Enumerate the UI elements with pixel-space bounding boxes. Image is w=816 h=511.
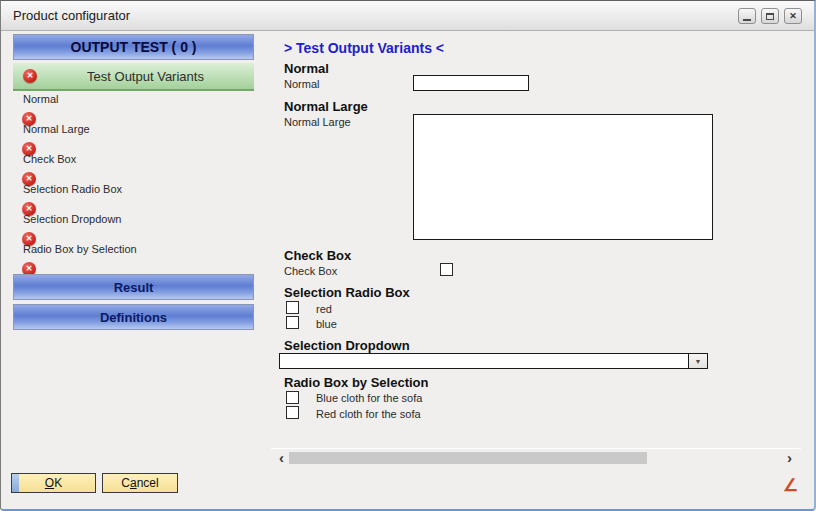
section-heading-normal: Normal bbox=[284, 61, 329, 76]
radio-option-blue-label: blue bbox=[316, 318, 337, 330]
section-heading-check-box: Check Box bbox=[284, 248, 351, 263]
normal-large-field-label: Normal Large bbox=[284, 116, 351, 128]
minimize-icon bbox=[743, 19, 751, 21]
section-heading-selection-dropdown: Selection Dropdown bbox=[284, 338, 410, 353]
sidebar-item-check-box[interactable]: Check Box bbox=[23, 153, 76, 165]
scroll-right-icon[interactable]: › bbox=[787, 451, 792, 465]
option-blue-cloth-label: Blue cloth for the sofa bbox=[316, 392, 422, 404]
window-controls: ✕ bbox=[738, 8, 802, 24]
section-heading-normal-large: Normal Large bbox=[284, 99, 368, 114]
ok-button[interactable]: OK bbox=[11, 473, 96, 493]
radio-option-blue-checkbox[interactable] bbox=[286, 316, 299, 329]
option-blue-cloth-checkbox[interactable] bbox=[286, 391, 299, 404]
sidebar-item-radio-box-by-selection[interactable]: Radio Box by Selection bbox=[23, 243, 137, 255]
page-title: > Test Output Variants < bbox=[284, 40, 444, 56]
maximize-icon bbox=[766, 13, 774, 20]
sidebar-header-output-test[interactable]: OUTPUT TEST ( 0 ) bbox=[13, 34, 254, 60]
sidebar-section-test-output-variants[interactable]: ✕ Test Output Variants bbox=[13, 63, 254, 91]
sidebar-item-normal[interactable]: Normal bbox=[23, 93, 58, 105]
title-bar[interactable]: Product configurator ✕ bbox=[1, 1, 814, 31]
maximize-button[interactable] bbox=[761, 8, 779, 24]
sidebar-item-normal-large[interactable]: Normal Large bbox=[23, 123, 90, 135]
check-box-checkbox[interactable] bbox=[440, 263, 453, 276]
sidebar-item-selection-dropdown[interactable]: Selection Dropdown bbox=[23, 213, 121, 225]
check-box-field-label: Check Box bbox=[284, 265, 337, 277]
horizontal-scrollbar[interactable]: ‹ › bbox=[271, 448, 801, 467]
scroll-left-icon[interactable]: ‹ bbox=[279, 451, 284, 465]
chevron-down-icon: ▼ bbox=[695, 358, 702, 365]
sidebar-section-label: Test Output Variants bbox=[37, 69, 254, 84]
resize-grip-icon[interactable]: ∠ bbox=[783, 475, 798, 496]
product-configurator-window: Product configurator ✕ OUTPUT TEST ( 0 )… bbox=[0, 0, 816, 511]
option-red-cloth-checkbox[interactable] bbox=[286, 406, 299, 419]
selection-dropdown-combobox[interactable]: ▼ bbox=[279, 353, 708, 369]
cancel-button[interactable]: Cancel bbox=[102, 473, 178, 493]
normal-large-textarea[interactable] bbox=[413, 114, 713, 240]
radio-option-red-checkbox[interactable] bbox=[286, 301, 299, 314]
error-icon: ✕ bbox=[23, 69, 37, 83]
option-red-cloth-label: Red cloth for the sofa bbox=[316, 408, 421, 420]
normal-field-label: Normal bbox=[284, 78, 319, 90]
section-heading-radio-box-by-selection: Radio Box by Selection bbox=[284, 375, 428, 390]
close-icon: ✕ bbox=[789, 12, 797, 21]
sidebar-header-label: OUTPUT TEST ( 0 ) bbox=[71, 39, 197, 55]
selection-dropdown-value bbox=[280, 354, 688, 368]
section-heading-selection-radio-box: Selection Radio Box bbox=[284, 285, 410, 300]
sidebar-item-selection-radio-box[interactable]: Selection Radio Box bbox=[23, 183, 122, 195]
dropdown-open-button[interactable]: ▼ bbox=[688, 354, 707, 368]
minimize-button[interactable] bbox=[738, 8, 756, 24]
window-title: Product configurator bbox=[13, 8, 130, 23]
sidebar-button-definitions[interactable]: Definitions bbox=[13, 304, 254, 330]
close-button[interactable]: ✕ bbox=[784, 8, 802, 24]
scrollbar-thumb[interactable] bbox=[289, 452, 647, 464]
sidebar-button-result[interactable]: Result bbox=[13, 274, 254, 300]
normal-text-input[interactable] bbox=[413, 75, 529, 91]
radio-option-red-label: red bbox=[316, 303, 332, 315]
